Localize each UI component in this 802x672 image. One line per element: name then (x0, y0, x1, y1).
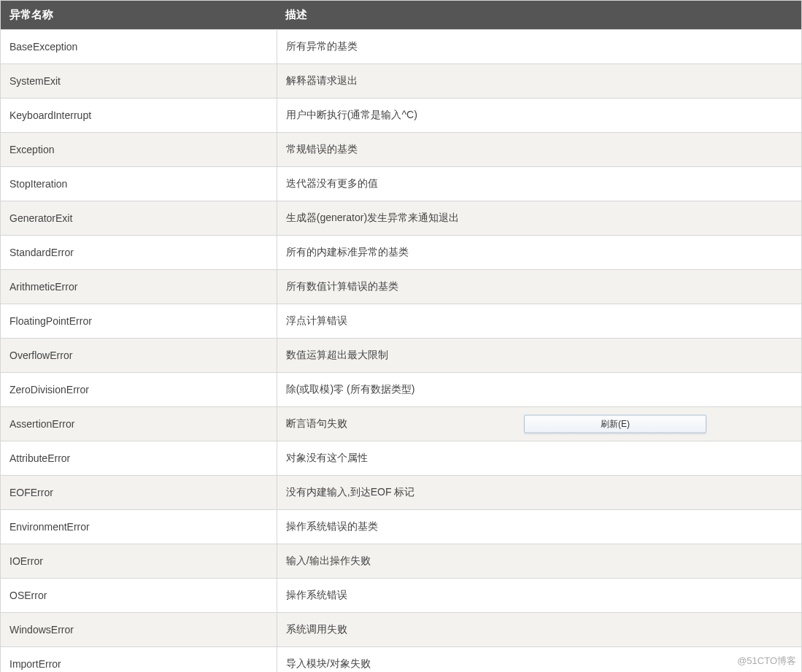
exception-desc: 所有数值计算错误的基类 (277, 270, 801, 304)
exception-name: KeyboardInterrupt (1, 99, 277, 133)
exception-name: IOError (1, 544, 277, 579)
context-menu-refresh[interactable]: 刷新(E) (524, 415, 706, 433)
table-row: EOFError没有内建输入,到达EOF 标记 (1, 476, 802, 510)
exception-desc: 操作系统错误的基类 (277, 510, 801, 544)
exception-name: EOFError (1, 476, 277, 510)
exception-desc: 迭代器没有更多的值 (277, 167, 801, 201)
exception-name: OSError (1, 579, 277, 613)
table-row: StandardError所有的内建标准异常的基类 (1, 236, 802, 270)
table-row: ArithmeticError所有数值计算错误的基类 (1, 270, 802, 304)
exception-name: WindowsError (1, 613, 277, 647)
exception-desc: 常规错误的基类 (277, 133, 801, 167)
exception-desc: 解释器请求退出 (277, 64, 801, 99)
table-row: AssertionError断言语句失败刷新(E) (1, 407, 802, 441)
table-row: Exception常规错误的基类 (1, 133, 802, 167)
exception-name: AttributeError (1, 441, 277, 476)
table-row: ImportError导入模块/对象失败 (1, 647, 802, 673)
exception-name: AssertionError (1, 407, 277, 441)
table-row: ZeroDivisionError除(或取模)零 (所有数据类型) (1, 373, 802, 407)
exception-desc: 用户中断执行(通常是输入^C) (277, 99, 801, 133)
header-name: 异常名称 (1, 1, 277, 30)
exception-name: GeneratorExit (1, 201, 277, 236)
watermark-text: @51CTO博客 (737, 654, 796, 668)
table-row: StopIteration迭代器没有更多的值 (1, 167, 802, 201)
table-row: OverflowError数值运算超出最大限制 (1, 339, 802, 373)
exception-desc: 除(或取模)零 (所有数据类型) (277, 373, 801, 407)
exception-name: SystemExit (1, 64, 277, 99)
exception-name: StopIteration (1, 167, 277, 201)
exception-desc: 断言语句失败刷新(E) (277, 407, 801, 441)
table-row: KeyboardInterrupt用户中断执行(通常是输入^C) (1, 99, 802, 133)
table-row: SystemExit解释器请求退出 (1, 64, 802, 99)
table-row: FloatingPointError浮点计算错误 (1, 304, 802, 339)
table-row: BaseException所有异常的基类 (1, 30, 802, 64)
table-row: AttributeError对象没有这个属性 (1, 441, 802, 476)
table-row: WindowsError系统调用失败 (1, 613, 802, 647)
exception-desc: 生成器(generator)发生异常来通知退出 (277, 201, 801, 236)
exception-desc: 没有内建输入,到达EOF 标记 (277, 476, 801, 510)
exception-desc: 对象没有这个属性 (277, 441, 801, 476)
exception-name: OverflowError (1, 339, 277, 373)
exception-desc: 数值运算超出最大限制 (277, 339, 801, 373)
exception-name: FloatingPointError (1, 304, 277, 339)
table-row: EnvironmentError操作系统错误的基类 (1, 510, 802, 544)
exception-name: ArithmeticError (1, 270, 277, 304)
table-header-row: 异常名称 描述 (1, 1, 802, 30)
table-row: OSError操作系统错误 (1, 579, 802, 613)
exception-desc: 系统调用失败 (277, 613, 801, 647)
exceptions-table: 异常名称 描述 BaseException所有异常的基类SystemExit解释… (0, 0, 802, 672)
exception-name: ImportError (1, 647, 277, 673)
exception-name: EnvironmentError (1, 510, 277, 544)
exception-name: ZeroDivisionError (1, 373, 277, 407)
exception-desc: 浮点计算错误 (277, 304, 801, 339)
exception-desc: 操作系统错误 (277, 579, 801, 613)
exception-desc: 导入模块/对象失败 (277, 647, 801, 673)
exception-name: BaseException (1, 30, 277, 64)
exception-desc: 所有异常的基类 (277, 30, 801, 64)
exception-name: Exception (1, 133, 277, 167)
exception-desc: 输入/输出操作失败 (277, 544, 801, 579)
table-row: IOError输入/输出操作失败 (1, 544, 802, 579)
exception-desc: 所有的内建标准异常的基类 (277, 236, 801, 270)
table-row: GeneratorExit生成器(generator)发生异常来通知退出 (1, 201, 802, 236)
header-desc: 描述 (277, 1, 801, 30)
exception-name: StandardError (1, 236, 277, 270)
